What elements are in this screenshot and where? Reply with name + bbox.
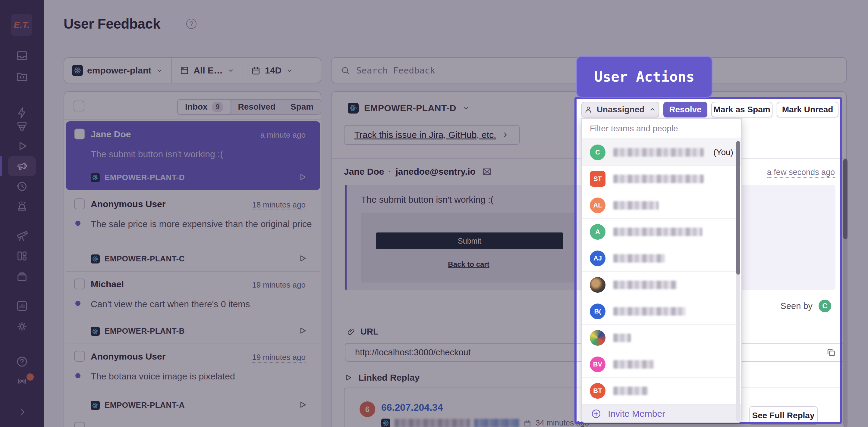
envelope-icon[interactable] (482, 167, 492, 176)
chevron-down-icon (156, 67, 163, 74)
feedback-item[interactable]: Anonymous User 19 minutes ago The botana… (66, 343, 320, 418)
window-icon (180, 66, 189, 75)
dashboards-icon[interactable] (15, 249, 29, 263)
linked-replay-header[interactable]: Linked Replay (344, 372, 420, 383)
feedback-item[interactable]: Anonymous User 18 minutes ago The sale p… (66, 191, 320, 271)
assignee-option[interactable]: BV (582, 351, 741, 377)
feedback-item[interactable]: Michael 19 minutes ago Can't view the ca… (66, 271, 320, 343)
tab-inbox[interactable]: Inbox 9 (177, 99, 231, 115)
select-all-checkbox[interactable] (73, 101, 84, 111)
react-platform-icon (91, 327, 100, 336)
feedback-time: 19 minutes ago (252, 353, 306, 363)
redacted-member-name (613, 307, 686, 316)
page-title: User Feedback (64, 15, 160, 32)
tab-resolved[interactable]: Resolved (230, 100, 283, 114)
list-divider (66, 418, 320, 418)
replay-ip-link[interactable]: 66.207.204.34 (381, 402, 443, 413)
replays-icon[interactable] (15, 139, 29, 153)
redacted-member-name (613, 334, 631, 342)
assignee-option[interactable] (582, 272, 741, 298)
replay-play-icon[interactable] (298, 172, 307, 182)
assignee-dropdown-button[interactable]: Unassigned (581, 102, 659, 118)
assignee-option[interactable]: ST (582, 166, 741, 192)
react-platform-icon (381, 419, 390, 427)
sender-separator: · (388, 167, 391, 177)
item-checkbox[interactable] (74, 129, 85, 139)
user-actions-callout: User Actions (576, 56, 712, 98)
sidebar: E.T. (0, 0, 44, 427)
feedback-item-selected[interactable]: Jane Doe a minute ago The submit button … (66, 121, 320, 190)
replay-play-icon[interactable] (298, 326, 307, 335)
project-filter[interactable]: empower-plant (64, 65, 171, 76)
header-divider (44, 47, 868, 47)
member-avatar: B( (590, 303, 606, 319)
releases-icon[interactable] (15, 179, 29, 193)
mark-unread-button[interactable]: Mark Unread (777, 102, 838, 118)
react-platform-icon (348, 103, 359, 113)
performance-icon[interactable] (15, 106, 29, 120)
unread-dot (75, 373, 81, 378)
page-help-icon[interactable]: ? (186, 19, 196, 29)
play-outline-icon (344, 373, 352, 382)
assignee-option[interactable] (582, 325, 741, 351)
traces-icon[interactable] (15, 119, 29, 133)
replay-play-icon[interactable] (298, 400, 307, 409)
date-range-filter[interactable]: 14D (243, 65, 301, 75)
assignee-option[interactable]: A (582, 219, 741, 245)
item-checkbox[interactable] (74, 198, 85, 209)
member-avatar: AJ (590, 251, 606, 266)
project-slug: EMPOWER-PLANT-B (104, 326, 185, 336)
environment-filter[interactable]: All E… (172, 65, 243, 75)
item-checkbox[interactable] (74, 278, 85, 289)
react-platform-icon (91, 255, 100, 263)
feedback-screenshot: Submit Back to cart (361, 212, 576, 283)
org-logo[interactable]: E.T. (11, 14, 32, 36)
assignee-option[interactable]: AL (582, 192, 741, 219)
mailbox-tabs: Inbox 9 Resolved Spam (177, 99, 321, 115)
chevron-down-icon (286, 67, 293, 74)
assignee-option[interactable]: C (You) (582, 139, 741, 166)
feedback-icon[interactable] (15, 159, 29, 173)
stats-icon[interactable] (15, 299, 29, 313)
item-checkbox[interactable] (74, 351, 85, 362)
resolve-button[interactable]: Resolve (663, 102, 707, 118)
invite-member-row[interactable]: Invite Member (582, 404, 741, 423)
redacted-team-name (613, 175, 704, 183)
detail-project-selector[interactable]: EMPOWER-PLANT-D (348, 103, 470, 113)
replay-play-icon[interactable] (298, 254, 307, 263)
assignee-filter-row (582, 119, 741, 139)
dropdown-scrollbar-thumb[interactable] (736, 141, 740, 275)
assignee-option[interactable]: AJ (582, 245, 741, 272)
settings-icon[interactable] (15, 320, 29, 333)
redacted-member-name (613, 148, 704, 157)
linked-replay-label: Linked Replay (358, 372, 420, 383)
assignee-option[interactable]: B( (582, 298, 741, 325)
crons-icon[interactable] (15, 269, 29, 283)
alerts-icon[interactable] (15, 199, 29, 212)
copy-icon[interactable] (826, 347, 836, 357)
discover-icon[interactable] (15, 229, 29, 243)
sender-email: janedoe@sentry.io (396, 167, 475, 177)
react-platform-icon (91, 173, 100, 182)
feedback-sender: Michael (91, 279, 124, 289)
search-icon (341, 66, 350, 75)
redacted-member-name (613, 228, 702, 236)
item-checkbox[interactable] (74, 422, 85, 427)
collapse-sidebar-icon[interactable] (15, 405, 29, 419)
mark-as-spam-button[interactable]: Mark as Spam (711, 102, 772, 118)
track-issue-button[interactable]: Track this issue in Jira, GitHub, etc. (344, 125, 520, 145)
assignee-filter-input[interactable] (590, 124, 733, 133)
feedback-message: The submit button isn't working :( (91, 148, 314, 160)
projects-icon[interactable] (15, 70, 29, 84)
sentry-user-feedback-screen: E.T. (0, 0, 868, 427)
issues-icon[interactable] (15, 49, 29, 63)
unread-dot (75, 221, 81, 226)
panel-scrollbar-thumb[interactable] (843, 159, 847, 239)
see-full-replay-button[interactable]: See Full Replay (749, 406, 818, 425)
assignee-option[interactable]: BT (582, 377, 741, 404)
member-avatar: C (590, 144, 606, 160)
tab-spam[interactable]: Spam (283, 100, 321, 114)
team-avatar: ST (590, 171, 606, 187)
screenshot-submit-button: Submit (376, 232, 563, 249)
help-icon[interactable] (15, 355, 29, 369)
